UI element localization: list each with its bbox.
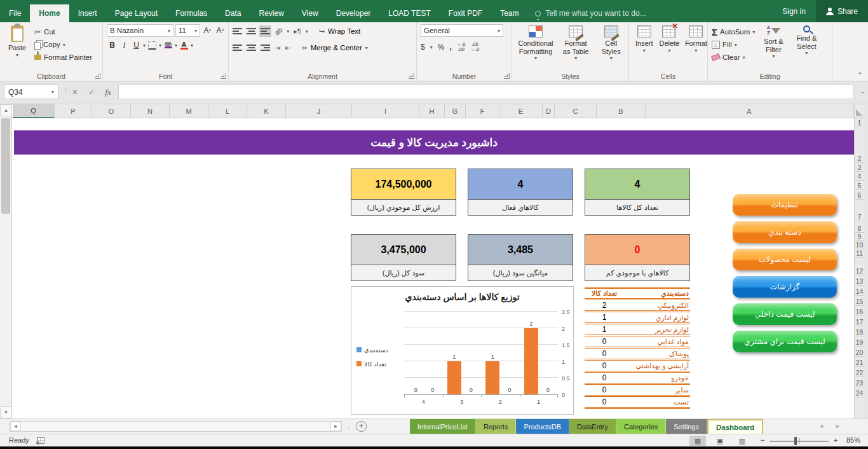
scroll-down-icon[interactable]: ▼ (0, 406, 12, 418)
number-dialog-launcher[interactable] (504, 73, 510, 79)
decrease-decimal-button[interactable]: .00→.0 (470, 42, 479, 53)
dashboard-action-button[interactable]: تنظيمات (733, 194, 837, 216)
row-header[interactable]: 19 (855, 336, 864, 347)
merge-center-button[interactable]: ⬄ Merge & Center ▾ (301, 44, 367, 52)
decrease-indent-button[interactable]: ⇤ (285, 44, 290, 52)
enter-button[interactable]: ✓ (84, 85, 99, 99)
autosum-button[interactable]: Σ AutoSum ▾ (712, 25, 755, 38)
zoom-out-button[interactable]: − (761, 436, 764, 444)
vertical-scrollbar[interactable]: ▲ ▼ (0, 104, 12, 418)
column-header[interactable]: B (597, 104, 646, 118)
column-header[interactable]: H (419, 104, 445, 118)
row-header[interactable]: 2 (855, 127, 864, 163)
row-header[interactable]: 20 (855, 347, 864, 357)
column-header[interactable]: L (208, 104, 247, 118)
dashboard-action-button[interactable]: ليست محصولات (733, 249, 837, 270)
ribbon-tab[interactable]: Data (216, 4, 250, 22)
dashboard-action-button[interactable]: گزارشات (733, 276, 837, 298)
column-header[interactable]: M (170, 104, 208, 118)
sort-filter-button[interactable]: AZ Sort & Filter ▾ (759, 24, 788, 71)
row-headers[interactable]: 123456789101112131415161718192021222324 (854, 118, 864, 418)
column-header[interactable]: J (286, 104, 352, 118)
ribbon-tab[interactable]: Review (250, 4, 292, 22)
grow-font-button[interactable]: A˄ (202, 24, 213, 36)
vertical-scrollbar-thumb[interactable] (1, 118, 10, 214)
align-left-button[interactable] (233, 43, 242, 52)
number-format-combo[interactable]: General▾ (421, 24, 503, 37)
row-header[interactable]: 5 (855, 181, 864, 190)
tell-me-box[interactable]: Tell me what you want to do... (535, 4, 646, 22)
increase-indent-button[interactable]: ⇥ (275, 44, 280, 52)
row-header[interactable]: 1 (855, 118, 864, 127)
column-header[interactable]: E (499, 104, 543, 118)
ribbon-tab[interactable]: Developer (327, 4, 380, 22)
row-header[interactable]: 8 (855, 221, 864, 233)
column-header[interactable]: I (352, 104, 419, 118)
align-center-button[interactable] (247, 43, 256, 52)
row-header[interactable]: 17 (855, 316, 864, 326)
insert-cells-button[interactable]: Insert ▾ (633, 24, 656, 71)
align-right-button[interactable] (261, 43, 270, 52)
collapse-ribbon-button[interactable]: ⌃ (858, 71, 863, 78)
ribbon-tab[interactable]: Foxit PDF (440, 4, 491, 22)
percent-style-button[interactable]: % (438, 43, 445, 52)
scroll-left-icon[interactable]: ◄ (10, 422, 21, 431)
select-all-corner[interactable] (854, 104, 864, 118)
sheet-tab[interactable]: InternalPriceList (410, 419, 476, 434)
formula-bar-expand-icon[interactable]: ⌄ (860, 88, 865, 95)
column-header[interactable]: K (247, 104, 286, 118)
scroll-up-icon[interactable]: ▲ (0, 104, 12, 116)
font-dialog-launcher[interactable] (220, 73, 226, 79)
wrap-text-button[interactable]: ↪ Wrap Text (319, 27, 361, 36)
macro-record-icon[interactable] (37, 437, 44, 444)
row-header[interactable]: 7 (855, 200, 864, 221)
zoom-slider-thumb[interactable] (794, 437, 797, 445)
row-header[interactable]: 13 (855, 275, 864, 286)
page-layout-view-button[interactable]: ▣ (712, 436, 728, 446)
ribbon-tab[interactable]: File (0, 4, 30, 22)
text-direction-button[interactable]: ▸¶ (294, 27, 301, 36)
copy-button[interactable]: Copy ▾ (34, 38, 92, 51)
row-header[interactable]: 6 (855, 190, 864, 200)
clear-button[interactable]: Clear ▾ (712, 51, 755, 64)
row-header[interactable]: 4 (855, 172, 864, 181)
clipboard-dialog-launcher[interactable] (95, 73, 100, 79)
align-top-button[interactable] (233, 27, 242, 36)
comma-style-button[interactable]: , (449, 43, 451, 52)
sheet-tab[interactable]: DataEntry (569, 419, 616, 434)
column-header[interactable]: O (92, 104, 131, 118)
row-header[interactable]: 22 (855, 367, 864, 377)
column-header[interactable]: G (445, 104, 466, 118)
sheet-tab[interactable]: Reports (476, 419, 517, 434)
column-headers[interactable]: QPONMLKJIHGFEDCBA (13, 104, 854, 118)
format-cells-button[interactable]: Format ▾ (683, 24, 709, 71)
column-header[interactable]: A (646, 104, 853, 118)
sheet-tab[interactable]: Settings (666, 419, 707, 434)
increase-decimal-button[interactable]: ←.0.00 (457, 42, 466, 53)
delete-cells-button[interactable]: Delete ▾ (657, 24, 682, 71)
font-color-button[interactable]: A (179, 39, 189, 52)
font-size-combo[interactable]: 11▾ (175, 24, 200, 37)
borders-button[interactable] (147, 39, 158, 52)
fill-color-button[interactable] (163, 39, 173, 52)
sheet-tab-active[interactable]: Dashboard (707, 419, 763, 434)
share-button[interactable]: Share (816, 0, 868, 22)
ribbon-tab[interactable]: Page Layout (106, 4, 166, 22)
row-header[interactable]: 14 (855, 286, 864, 296)
zoom-percentage[interactable]: 85% (846, 436, 860, 444)
scroll-right-icon[interactable]: ► (330, 422, 341, 431)
shrink-font-button[interactable]: A˅ (215, 24, 226, 36)
cell-styles-button[interactable]: Cell Styles ▾ (596, 24, 626, 71)
zoom-in-button[interactable]: + (834, 436, 837, 444)
sheet-tab[interactable]: ProductsDB (516, 419, 569, 434)
row-header[interactable]: 11 (855, 249, 864, 258)
alignment-dialog-launcher[interactable] (409, 73, 414, 79)
bold-button[interactable]: B (107, 39, 118, 52)
underline-button[interactable]: U (131, 39, 142, 52)
ribbon-tab[interactable]: Team (491, 4, 527, 22)
ribbon-tab[interactable]: Formulas (166, 4, 216, 22)
ribbon-tab[interactable]: Home (30, 4, 69, 22)
format-as-table-button[interactable]: Format as Table ▾ (558, 24, 593, 71)
category-distribution-chart[interactable]: توزيع کالاها بر اساس دسته‌بندي دسته‌بندي… (351, 286, 574, 415)
orientation-button[interactable]: ab (273, 25, 284, 36)
